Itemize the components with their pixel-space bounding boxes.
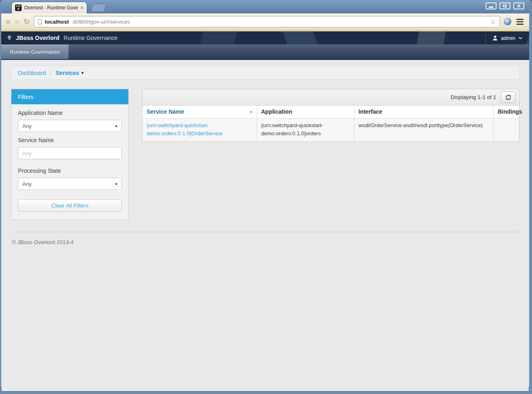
service-name-input[interactable] [18, 147, 122, 159]
application-name-label: Application Name [18, 110, 122, 116]
breadcrumb: Dashboard / Services ▾ [11, 66, 519, 80]
hamburger-menu-button[interactable] [515, 18, 525, 26]
service-name-label: Service Name [18, 137, 122, 143]
column-header-bindings[interactable]: Bindings [494, 106, 519, 118]
browser-toolbar: « » ↻ localhost :8080/rtgov-ui/#services… [1, 13, 529, 30]
clear-all-filters-button[interactable]: Clear All Filters [18, 199, 122, 212]
cell-service-name: {urn:switchyard-quickstart-demo:orders:0… [143, 118, 257, 141]
filters-panel: Filters Application Name Any ▾ Service N… [11, 89, 129, 220]
app-header: JBoss Overlord Runtime Governance admin [1, 31, 529, 44]
brand: JBoss Overlord Runtime Governance [6, 35, 117, 41]
maximize-button[interactable] [499, 2, 510, 9]
application-name-select[interactable]: Any ▾ [18, 120, 122, 132]
reload-button[interactable]: ↻ [24, 18, 30, 26]
browser-tab[interactable]: EAP 6 Overlord - Runtime Gover × [11, 2, 87, 13]
column-header-application[interactable]: Application [257, 106, 354, 118]
minimize-button[interactable] [486, 2, 497, 9]
cell-bindings [494, 118, 519, 141]
caret-down-icon: ▾ [81, 70, 84, 75]
breadcrumb-separator: / [50, 70, 52, 76]
page-icon [38, 19, 42, 24]
app-nav: Runtime Governance [1, 44, 529, 60]
eap6-favicon-icon: EAP 6 [15, 4, 22, 11]
table-row: {urn:switchyard-quickstart-demo:orders:0… [143, 118, 519, 141]
nav-tab-runtime-governance[interactable]: Runtime Governance [1, 44, 69, 59]
bookmark-star-icon[interactable]: ☆ [490, 18, 496, 25]
new-tab-button[interactable] [91, 4, 107, 12]
close-button[interactable]: ✕ [513, 2, 524, 9]
column-header-interface[interactable]: Interface [354, 106, 494, 118]
user-icon [492, 35, 498, 41]
maximize-icon [503, 4, 507, 7]
chevron-down-icon [518, 37, 523, 40]
breadcrumb-services-dropdown[interactable]: Services ▾ [55, 70, 84, 76]
close-icon: ✕ [517, 4, 521, 9]
processing-state-label: Processing State [18, 167, 122, 174]
filters-title: Filters [11, 89, 128, 104]
breadcrumb-dashboard-link[interactable]: Dashboard [18, 70, 46, 76]
tab-title: Overlord - Runtime Gover [24, 5, 78, 11]
cell-application: {urn:switchyard-quickstart-demo:orders:0… [257, 118, 354, 141]
page: Dashboard / Services ▾ Filters Applicati… [1, 60, 529, 387]
refresh-icon [506, 95, 511, 100]
service-link[interactable]: {urn:switchyard-quickstart-demo:orders:0… [147, 122, 222, 136]
table-header-row: Service Name ∧ Application Interface Bin… [143, 106, 519, 118]
sort-ascending-icon: ∧ [249, 109, 253, 114]
select-caret-icon: ▾ [115, 182, 117, 186]
url-path: :8080/rtgov-ui/#services [72, 19, 130, 25]
services-panel: Displaying 1-1 of 1 [142, 89, 519, 142]
column-header-service-name[interactable]: Service Name ∧ [143, 106, 257, 118]
overlord-logo-icon [6, 35, 13, 41]
copyright-footer: © JBoss Overlord 2013-4 [11, 232, 519, 245]
globe-icon[interactable] [504, 18, 511, 25]
back-button[interactable]: « [5, 17, 11, 26]
forward-button[interactable]: » [14, 17, 20, 26]
cell-interface: wsdl/OrderService.wsdl#wsdl.porttype(Ord… [354, 118, 494, 141]
services-table: Service Name ∧ Application Interface Bin… [142, 106, 519, 142]
table-toolbar: Displaying 1-1 of 1 [142, 89, 519, 106]
processing-state-select[interactable]: Any ▾ [18, 178, 122, 190]
select-caret-icon: ▾ [115, 124, 117, 128]
pagination-status: Displaying 1-1 of 1 [451, 94, 496, 100]
brand-name: JBoss Overlord [16, 35, 59, 41]
titlebar: EAP 6 Overlord - Runtime Gover × ✕ [1, 0, 529, 13]
window-controls: ✕ [486, 2, 524, 9]
user-menu[interactable]: admin [486, 31, 529, 44]
product-name: Runtime Governance [64, 35, 117, 41]
url-host: localhost [45, 19, 69, 25]
refresh-button[interactable] [501, 91, 516, 103]
username: admin [501, 35, 515, 41]
browser-window: EAP 6 Overlord - Runtime Gover × ✕ « » ↻… [0, 0, 532, 394]
url-bar[interactable]: localhost :8080/rtgov-ui/#services ☆ [34, 16, 500, 27]
minimize-icon [489, 7, 493, 8]
tab-close-icon[interactable]: × [80, 5, 84, 11]
